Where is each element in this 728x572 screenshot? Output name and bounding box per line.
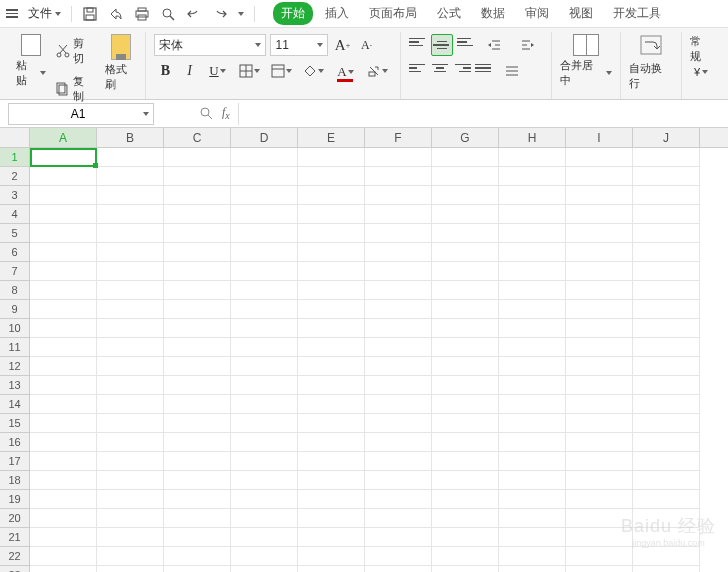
cell[interactable] [30, 300, 97, 319]
cell[interactable] [566, 490, 633, 509]
cell[interactable] [231, 528, 298, 547]
align-top-icon[interactable] [409, 34, 427, 50]
cell[interactable] [231, 338, 298, 357]
cell[interactable] [365, 452, 432, 471]
cell[interactable] [30, 186, 97, 205]
cell[interactable] [164, 338, 231, 357]
cell[interactable] [633, 319, 700, 338]
cell[interactable] [97, 148, 164, 167]
cell[interactable] [97, 186, 164, 205]
cell[interactable] [432, 547, 499, 566]
cell[interactable] [231, 452, 298, 471]
cell[interactable] [231, 243, 298, 262]
font-size-select[interactable]: 11 [270, 34, 328, 56]
cell[interactable] [633, 243, 700, 262]
cell[interactable] [432, 243, 499, 262]
cell[interactable] [633, 433, 700, 452]
cell[interactable] [164, 547, 231, 566]
row-header[interactable]: 4 [0, 205, 30, 224]
fill-color-button[interactable] [298, 60, 328, 82]
cell[interactable] [365, 319, 432, 338]
cell[interactable] [432, 167, 499, 186]
cell[interactable] [566, 357, 633, 376]
cell[interactable] [365, 281, 432, 300]
paste-icon[interactable] [21, 34, 41, 56]
column-header[interactable]: E [298, 128, 365, 147]
select-all-corner[interactable] [0, 128, 30, 147]
row-header[interactable]: 10 [0, 319, 30, 338]
cell[interactable] [633, 167, 700, 186]
cell[interactable] [499, 433, 566, 452]
cell[interactable] [633, 148, 700, 167]
cell[interactable] [298, 224, 365, 243]
cell[interactable] [365, 528, 432, 547]
cell[interactable] [164, 148, 231, 167]
cell[interactable] [298, 471, 365, 490]
tab-developer[interactable]: 开发工具 [605, 2, 669, 25]
cell[interactable] [30, 148, 97, 167]
cell[interactable] [365, 186, 432, 205]
row-header[interactable]: 22 [0, 547, 30, 566]
cell[interactable] [298, 490, 365, 509]
cell[interactable] [30, 395, 97, 414]
tab-home[interactable]: 开始 [273, 2, 313, 25]
cell[interactable] [231, 395, 298, 414]
cell[interactable] [432, 224, 499, 243]
cell[interactable] [566, 452, 633, 471]
cell[interactable] [499, 471, 566, 490]
cell[interactable] [499, 566, 566, 572]
file-menu[interactable]: 文件 [28, 5, 61, 22]
column-header[interactable]: I [566, 128, 633, 147]
cell[interactable] [30, 357, 97, 376]
indent-decrease-icon[interactable] [479, 34, 509, 56]
row-header[interactable]: 17 [0, 452, 30, 471]
share-icon[interactable] [108, 6, 124, 22]
cell[interactable] [30, 433, 97, 452]
indent-increase-icon[interactable] [513, 34, 543, 56]
paste-button[interactable]: 粘贴 [16, 58, 46, 88]
cell[interactable] [298, 414, 365, 433]
cell[interactable] [97, 167, 164, 186]
cell[interactable] [499, 338, 566, 357]
cell[interactable] [566, 262, 633, 281]
format-painter-icon[interactable] [111, 34, 131, 60]
cell[interactable] [499, 300, 566, 319]
cell[interactable] [30, 471, 97, 490]
cell[interactable] [231, 376, 298, 395]
column-header[interactable]: J [633, 128, 700, 147]
cell[interactable] [164, 376, 231, 395]
cell[interactable] [231, 148, 298, 167]
cell[interactable] [30, 528, 97, 547]
cell[interactable] [298, 433, 365, 452]
cell[interactable] [566, 338, 633, 357]
cell[interactable] [432, 262, 499, 281]
print-icon[interactable] [134, 6, 150, 22]
cell[interactable] [432, 395, 499, 414]
orientation-button[interactable] [497, 60, 527, 82]
increase-font-icon[interactable]: A+ [332, 34, 352, 56]
undo-icon[interactable] [186, 6, 202, 22]
wrap-text-button[interactable]: 自动换行 [629, 61, 673, 91]
cell[interactable] [231, 262, 298, 281]
row-header[interactable]: 21 [0, 528, 30, 547]
cell[interactable] [164, 281, 231, 300]
cell[interactable] [566, 547, 633, 566]
cell[interactable] [30, 319, 97, 338]
cell[interactable] [164, 243, 231, 262]
align-center-icon[interactable] [431, 60, 449, 76]
cell[interactable] [164, 452, 231, 471]
cell[interactable] [633, 357, 700, 376]
cell[interactable] [298, 395, 365, 414]
copy-button[interactable]: 复制 [56, 72, 95, 106]
cell[interactable] [298, 357, 365, 376]
cell[interactable] [566, 148, 633, 167]
align-middle-icon[interactable] [431, 34, 453, 56]
cell[interactable] [499, 243, 566, 262]
cell[interactable] [97, 490, 164, 509]
cell[interactable] [97, 243, 164, 262]
cell[interactable] [298, 148, 365, 167]
preview-icon[interactable] [160, 6, 176, 22]
align-justify-icon[interactable] [475, 60, 493, 76]
cell[interactable] [30, 281, 97, 300]
cell[interactable] [30, 414, 97, 433]
